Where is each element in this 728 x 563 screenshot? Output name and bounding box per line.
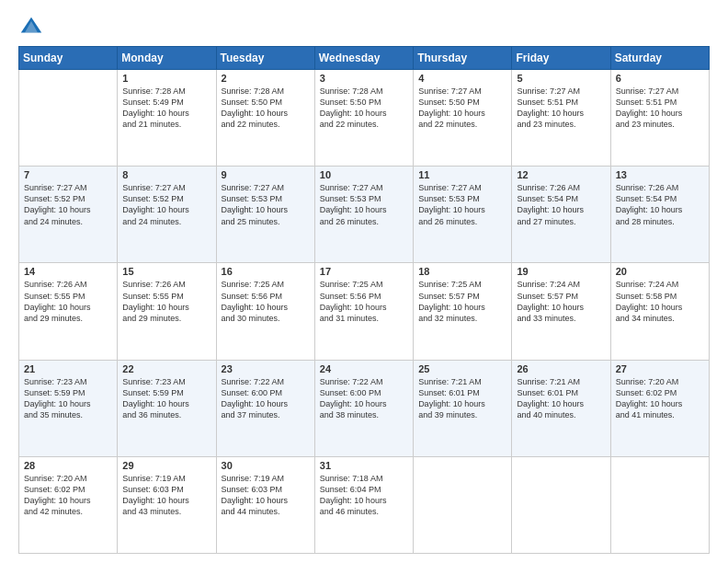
calendar-header-row: SundayMondayTuesdayWednesdayThursdayFrid… — [19, 47, 710, 70]
day-number: 26 — [517, 363, 605, 374]
day-number: 2 — [222, 73, 310, 84]
calendar-cell: 1Sunrise: 7:28 AM Sunset: 5:49 PM Daylig… — [118, 70, 216, 167]
day-info: Sunrise: 7:24 AM Sunset: 5:58 PM Dayligh… — [616, 279, 704, 324]
day-number: 14 — [24, 266, 112, 277]
calendar-week-3: 14Sunrise: 7:26 AM Sunset: 5:55 PM Dayli… — [19, 263, 710, 360]
day-info: Sunrise: 7:22 AM Sunset: 6:00 PM Dayligh… — [320, 376, 408, 421]
day-number: 8 — [122, 169, 210, 180]
weekday-header-sunday: Sunday — [19, 47, 118, 70]
calendar-cell: 25Sunrise: 7:21 AM Sunset: 6:01 PM Dayli… — [414, 360, 512, 456]
calendar-cell: 14Sunrise: 7:26 AM Sunset: 5:55 PM Dayli… — [19, 263, 118, 360]
page: SundayMondayTuesdayWednesdayThursdayFrid… — [0, 0, 728, 563]
calendar-cell: 6Sunrise: 7:27 AM Sunset: 5:51 PM Daylig… — [610, 70, 709, 167]
day-number: 23 — [222, 363, 310, 374]
day-info: Sunrise: 7:20 AM Sunset: 6:02 PM Dayligh… — [24, 473, 112, 518]
day-info: Sunrise: 7:28 AM Sunset: 5:50 PM Dayligh… — [222, 86, 310, 131]
calendar-cell: 24Sunrise: 7:22 AM Sunset: 6:00 PM Dayli… — [314, 360, 413, 456]
day-number: 3 — [320, 73, 408, 84]
calendar-cell: 10Sunrise: 7:27 AM Sunset: 5:53 PM Dayli… — [314, 167, 413, 263]
day-number: 9 — [222, 169, 310, 180]
calendar-cell: 27Sunrise: 7:20 AM Sunset: 6:02 PM Dayli… — [610, 360, 709, 456]
calendar-cell — [610, 456, 709, 553]
day-info: Sunrise: 7:20 AM Sunset: 6:02 PM Dayligh… — [616, 376, 704, 421]
day-number: 17 — [320, 266, 408, 277]
logo — [18, 15, 48, 40]
day-number: 15 — [122, 266, 210, 277]
day-number: 4 — [418, 73, 506, 84]
day-info: Sunrise: 7:25 AM Sunset: 5:56 PM Dayligh… — [222, 279, 310, 324]
day-info: Sunrise: 7:26 AM Sunset: 5:55 PM Dayligh… — [24, 279, 112, 324]
day-info: Sunrise: 7:25 AM Sunset: 5:57 PM Dayligh… — [418, 279, 506, 324]
weekday-header-saturday: Saturday — [610, 47, 709, 70]
calendar-cell: 26Sunrise: 7:21 AM Sunset: 6:01 PM Dayli… — [512, 360, 610, 456]
calendar-cell: 3Sunrise: 7:28 AM Sunset: 5:50 PM Daylig… — [314, 70, 413, 167]
day-number: 1 — [122, 73, 210, 84]
day-number: 12 — [517, 169, 605, 180]
calendar-cell — [512, 456, 610, 553]
day-number: 16 — [222, 266, 310, 277]
day-info: Sunrise: 7:26 AM Sunset: 5:55 PM Dayligh… — [122, 279, 210, 324]
calendar-cell: 23Sunrise: 7:22 AM Sunset: 6:00 PM Dayli… — [216, 360, 314, 456]
weekday-header-thursday: Thursday — [414, 47, 512, 70]
calendar-cell: 15Sunrise: 7:26 AM Sunset: 5:55 PM Dayli… — [118, 263, 216, 360]
day-info: Sunrise: 7:27 AM Sunset: 5:51 PM Dayligh… — [517, 86, 605, 131]
calendar-cell: 31Sunrise: 7:18 AM Sunset: 6:04 PM Dayli… — [314, 456, 413, 553]
day-info: Sunrise: 7:27 AM Sunset: 5:52 PM Dayligh… — [24, 182, 112, 227]
day-number: 22 — [122, 363, 210, 374]
calendar-cell: 4Sunrise: 7:27 AM Sunset: 5:50 PM Daylig… — [414, 70, 512, 167]
calendar-cell: 21Sunrise: 7:23 AM Sunset: 5:59 PM Dayli… — [19, 360, 118, 456]
day-number: 25 — [418, 363, 506, 374]
calendar-week-1: 1Sunrise: 7:28 AM Sunset: 5:49 PM Daylig… — [19, 70, 710, 167]
header — [18, 15, 710, 40]
day-info: Sunrise: 7:25 AM Sunset: 5:56 PM Dayligh… — [320, 279, 408, 324]
weekday-header-monday: Monday — [118, 47, 216, 70]
calendar-cell: 19Sunrise: 7:24 AM Sunset: 5:57 PM Dayli… — [512, 263, 610, 360]
day-info: Sunrise: 7:24 AM Sunset: 5:57 PM Dayligh… — [517, 279, 605, 324]
day-number: 19 — [517, 266, 605, 277]
day-info: Sunrise: 7:23 AM Sunset: 5:59 PM Dayligh… — [24, 376, 112, 421]
calendar-week-5: 28Sunrise: 7:20 AM Sunset: 6:02 PM Dayli… — [19, 456, 710, 553]
day-number: 11 — [418, 169, 506, 180]
day-number: 30 — [222, 460, 310, 471]
day-info: Sunrise: 7:18 AM Sunset: 6:04 PM Dayligh… — [320, 473, 408, 518]
calendar-cell — [19, 70, 118, 167]
calendar-cell: 2Sunrise: 7:28 AM Sunset: 5:50 PM Daylig… — [216, 70, 314, 167]
day-number: 10 — [320, 169, 408, 180]
calendar-cell: 5Sunrise: 7:27 AM Sunset: 5:51 PM Daylig… — [512, 70, 610, 167]
day-number: 18 — [418, 266, 506, 277]
weekday-header-friday: Friday — [512, 47, 610, 70]
day-info: Sunrise: 7:26 AM Sunset: 5:54 PM Dayligh… — [616, 182, 704, 227]
day-info: Sunrise: 7:28 AM Sunset: 5:49 PM Dayligh… — [122, 86, 210, 131]
calendar-cell: 20Sunrise: 7:24 AM Sunset: 5:58 PM Dayli… — [610, 263, 709, 360]
day-info: Sunrise: 7:28 AM Sunset: 5:50 PM Dayligh… — [320, 86, 408, 131]
calendar-week-2: 7Sunrise: 7:27 AM Sunset: 5:52 PM Daylig… — [19, 167, 710, 263]
calendar-cell: 18Sunrise: 7:25 AM Sunset: 5:57 PM Dayli… — [414, 263, 512, 360]
calendar-cell — [414, 456, 512, 553]
day-number: 13 — [616, 169, 704, 180]
day-info: Sunrise: 7:23 AM Sunset: 5:59 PM Dayligh… — [122, 376, 210, 421]
day-number: 31 — [320, 460, 408, 471]
day-info: Sunrise: 7:27 AM Sunset: 5:51 PM Dayligh… — [616, 86, 704, 131]
day-info: Sunrise: 7:22 AM Sunset: 6:00 PM Dayligh… — [222, 376, 310, 421]
day-number: 21 — [24, 363, 112, 374]
day-number: 28 — [24, 460, 112, 471]
day-info: Sunrise: 7:27 AM Sunset: 5:52 PM Dayligh… — [122, 182, 210, 227]
calendar-cell: 16Sunrise: 7:25 AM Sunset: 5:56 PM Dayli… — [216, 263, 314, 360]
calendar-cell: 29Sunrise: 7:19 AM Sunset: 6:03 PM Dayli… — [118, 456, 216, 553]
day-info: Sunrise: 7:27 AM Sunset: 5:53 PM Dayligh… — [418, 182, 506, 227]
day-number: 7 — [24, 169, 112, 180]
day-info: Sunrise: 7:26 AM Sunset: 5:54 PM Dayligh… — [517, 182, 605, 227]
calendar-cell: 28Sunrise: 7:20 AM Sunset: 6:02 PM Dayli… — [19, 456, 118, 553]
calendar-cell: 22Sunrise: 7:23 AM Sunset: 5:59 PM Dayli… — [118, 360, 216, 456]
day-info: Sunrise: 7:27 AM Sunset: 5:53 PM Dayligh… — [320, 182, 408, 227]
day-info: Sunrise: 7:19 AM Sunset: 6:03 PM Dayligh… — [122, 473, 210, 518]
day-number: 27 — [616, 363, 704, 374]
day-number: 6 — [616, 73, 704, 84]
day-info: Sunrise: 7:21 AM Sunset: 6:01 PM Dayligh… — [418, 376, 506, 421]
day-info: Sunrise: 7:21 AM Sunset: 6:01 PM Dayligh… — [517, 376, 605, 421]
day-number: 24 — [320, 363, 408, 374]
calendar-cell: 17Sunrise: 7:25 AM Sunset: 5:56 PM Dayli… — [314, 263, 413, 360]
calendar-week-4: 21Sunrise: 7:23 AM Sunset: 5:59 PM Dayli… — [19, 360, 710, 456]
weekday-header-wednesday: Wednesday — [314, 47, 413, 70]
calendar-table: SundayMondayTuesdayWednesdayThursdayFrid… — [18, 46, 710, 554]
